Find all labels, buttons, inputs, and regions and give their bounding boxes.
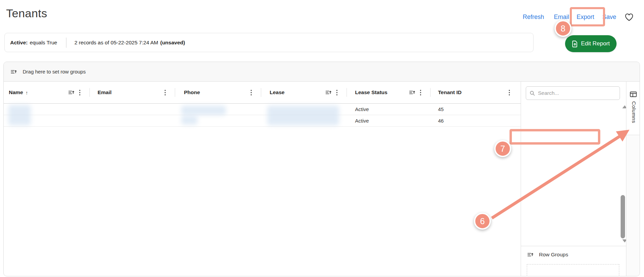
edit-report-label: Edit Report: [581, 40, 610, 47]
column-list-item-unit-state[interactable]: Unit State: [521, 203, 622, 213]
column-list-item-state[interactable]: State: [521, 112, 622, 123]
column-label: Name: [9, 89, 23, 95]
column-menu-kebab-icon[interactable]: [508, 89, 510, 96]
row-groups-section: Row Groups: [527, 252, 568, 258]
column-header-email[interactable]: Email: [89, 82, 175, 103]
column-search-input[interactable]: [538, 90, 612, 96]
link-export[interactable]: Export: [577, 14, 594, 21]
grid-header-row: Name↑EmailPhoneLeaseLease StatusTenant I…: [4, 82, 521, 104]
unsaved-badge: (unsaved): [160, 40, 185, 46]
step-8-badge: 8: [555, 20, 572, 37]
side-tab-strip: Columns: [626, 82, 640, 276]
columns-tab-icon: [630, 91, 637, 98]
column-header-name[interactable]: Name↑: [6, 82, 89, 103]
column-list-item-primary-lease-status[interactable]: Primary Lease Status: [521, 102, 622, 112]
link-refresh[interactable]: Refresh: [523, 14, 544, 21]
tab-columns[interactable]: Columns: [626, 82, 640, 135]
column-list-item-unit-postal-code[interactable]: Unit Postal Code: [521, 193, 622, 203]
column-header-lease[interactable]: Lease: [261, 82, 347, 103]
column-list-item-unit-with-code[interactable]: Unit With Code: [521, 233, 622, 243]
cell-tenant-id: 45: [438, 104, 444, 115]
scrollbar-thumb[interactable]: [621, 195, 625, 238]
column-menu-kebab-icon[interactable]: [79, 89, 81, 96]
column-menu-kebab-icon[interactable]: [164, 89, 166, 96]
link-email[interactable]: Email: [554, 14, 569, 21]
row-group-icon[interactable]: [409, 90, 415, 95]
column-header-lease-status[interactable]: Lease Status: [347, 82, 430, 103]
drag-hint-text: Drag here to set row groups: [23, 69, 86, 74]
row-groups-label: Row Groups: [539, 252, 568, 258]
row-groups-dropzone[interactable]: [527, 264, 619, 276]
column-label: Lease: [270, 89, 285, 95]
edit-report-button[interactable]: Edit Report: [565, 35, 617, 52]
table-row[interactable]: Active46: [4, 115, 521, 127]
link-save[interactable]: Save: [602, 14, 616, 21]
sort-asc-icon: ↑: [25, 90, 28, 95]
column-label: Tenant ID: [438, 89, 461, 95]
search-icon: [529, 90, 535, 96]
favorite-heart-icon[interactable]: [624, 13, 634, 22]
tenants-page: Tenants RefreshEmailExportSave Active: e…: [0, 0, 644, 277]
file-upload-icon: [572, 40, 578, 47]
column-label: Lease Status: [355, 89, 388, 95]
column-list-item-unit-address-2[interactable]: Unit Address 2: [521, 163, 622, 173]
row-group-icon[interactable]: [68, 90, 75, 95]
column-label: Phone: [184, 89, 200, 95]
redacted-lease-cell: [267, 106, 339, 125]
column-list-item-unit-code[interactable]: Unit Code: [521, 183, 622, 193]
row-group-icon[interactable]: [326, 90, 332, 95]
filter-value: equals True: [30, 40, 57, 46]
redacted-name-cell: [8, 105, 31, 125]
cell-lease-status: Active: [355, 115, 369, 127]
list-bottom-divider: [521, 246, 626, 246]
filter-summary-bar: Active: equals True 2 records as of 05-2…: [4, 33, 534, 52]
redacted-email-cell: [181, 106, 226, 115]
column-list-item-unit-city[interactable]: Unit City: [521, 173, 622, 183]
row-groups-icon: [527, 252, 534, 257]
filter-divider: [66, 38, 66, 48]
column-header-tenant-id[interactable]: Tenant ID: [430, 82, 519, 103]
row-groups-icon: [11, 69, 17, 74]
column-list-item-unit-address[interactable]: Unit Address: [521, 153, 622, 163]
column-label: Email: [98, 89, 111, 95]
column-list-item-unit-street-number[interactable]: Unit Street Number: [521, 223, 622, 233]
filter-field-label: Active:: [10, 40, 28, 46]
page-title: Tenants: [6, 7, 47, 20]
records-text: 2 records as of 05-22-2025 7:24 AM: [75, 40, 158, 46]
redacted-email-cell-2: [181, 116, 198, 125]
cell-tenant-id: 46: [438, 115, 444, 127]
column-search-box: [526, 86, 620, 100]
column-list-item-tax-id[interactable]: Tax ID: [521, 123, 622, 133]
column-menu-kebab-icon[interactable]: [336, 89, 338, 96]
report-grid: Drag here to set row groups Name↑EmailPh…: [3, 62, 640, 276]
column-list-item-unit[interactable]: Unit: [521, 143, 622, 153]
columns-tab-label: Columns: [631, 101, 637, 123]
table-row[interactable]: Active45: [4, 104, 521, 115]
column-menu-kebab-icon[interactable]: [250, 89, 252, 96]
column-header-phone[interactable]: Phone: [175, 82, 261, 103]
row-group-drop-bar[interactable]: Drag here to set row groups: [4, 62, 640, 82]
column-menu-kebab-icon[interactable]: [420, 89, 421, 96]
column-list-item-unit-street-name[interactable]: Unit Street Name: [521, 213, 622, 223]
column-list-item-tenant-id[interactable]: Tenant ID: [521, 132, 622, 143]
cell-lease-status: Active: [355, 104, 369, 115]
